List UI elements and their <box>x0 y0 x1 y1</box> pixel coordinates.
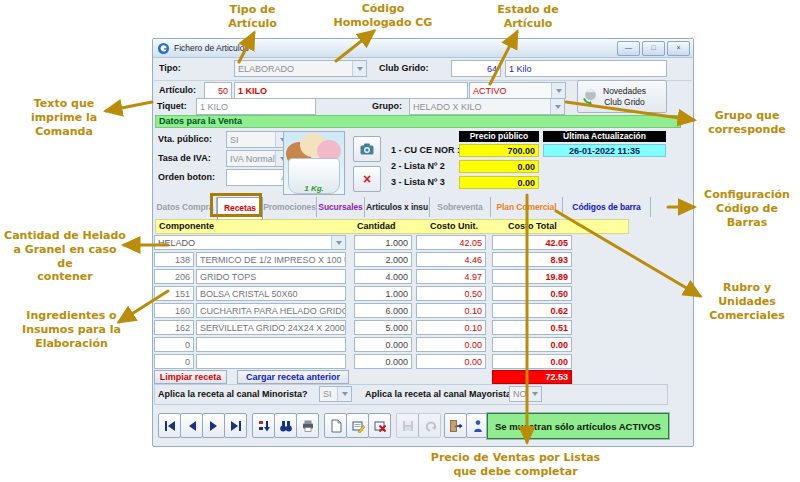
unit-cost-cell[interactable]: 0.50 <box>416 286 486 301</box>
estado-select[interactable]: ACTIVO <box>469 82 566 99</box>
edit-record-icon <box>351 419 365 433</box>
unit-cost-cell[interactable]: 4.97 <box>416 269 486 284</box>
tipo-select[interactable]: ELABORADO <box>234 60 367 77</box>
component-name-cell[interactable]: BOLSA CRISTAL 50X60 <box>196 286 346 301</box>
capture-image-button[interactable] <box>353 136 381 162</box>
annotation-cantidad-helado: Cantidad de Helado a Granel en caso de c… <box>4 229 126 284</box>
code-cell[interactable]: 160 <box>154 303 194 318</box>
total-cost-cell: 19.89 <box>492 269 572 284</box>
unit-cost-cell[interactable]: 0.00 <box>416 354 486 369</box>
print-button[interactable] <box>296 413 319 438</box>
grupo-value: HELADO X KILO <box>413 102 482 112</box>
sort-button[interactable] <box>252 413 275 438</box>
price-row-3-value[interactable]: 0.00 <box>459 176 539 189</box>
vta-publico-value: SI <box>230 135 239 145</box>
component-name-cell[interactable]: SERVILLETA GRIDO 24X24 X 2000 UNID <box>196 320 346 335</box>
tab-sucursales[interactable]: Sucursales <box>317 197 365 217</box>
delete-record-button[interactable] <box>368 413 391 438</box>
grupo-select[interactable]: HELADO X KILO <box>409 98 565 115</box>
save-icon <box>401 419 415 433</box>
user-button[interactable] <box>466 413 489 438</box>
binoculars-search-icon <box>279 419 293 433</box>
last-record-icon <box>229 419 243 433</box>
tab-articulos-x-insu[interactable]: Articulos x insu <box>365 197 430 217</box>
previous-record-icon <box>185 419 199 433</box>
component-name-cell[interactable]: GRIDO TOPS <box>196 269 346 284</box>
limpiar-receta-button[interactable]: Limpiar receta <box>154 370 227 384</box>
qty-cell[interactable]: 0.000 <box>354 337 412 352</box>
mayorista-select[interactable]: NO <box>509 386 542 402</box>
col-componente: Componente <box>159 220 214 233</box>
first-record-button[interactable] <box>158 413 181 438</box>
club-grido-name-field[interactable]: 1 Kilo <box>505 60 667 77</box>
tiquet-field[interactable]: 1 KILO <box>196 98 316 115</box>
qty-cell[interactable]: 6.000 <box>354 303 412 318</box>
qty-cell[interactable]: 5.000 <box>354 320 412 335</box>
delete-image-button[interactable]: × <box>353 166 381 192</box>
code-cell[interactable]: 0 <box>154 354 194 369</box>
code-cell[interactable]: 0 <box>154 337 194 352</box>
price-row-2-value[interactable]: 0.00 <box>459 160 539 173</box>
code-cell[interactable]: 138 <box>154 252 194 267</box>
globe-refresh-icon <box>582 88 599 105</box>
qty-cell[interactable]: 0.000 <box>354 354 412 369</box>
total-cost-cell: 0.00 <box>492 337 572 352</box>
estado-value: ACTIVO <box>473 86 507 96</box>
annotation-texto-comanda: Texto que imprime la Comanda <box>20 97 108 138</box>
vta-publico-select[interactable]: SI <box>226 131 290 148</box>
cargar-receta-anterior-button[interactable]: Cargar receta anterior <box>237 370 349 384</box>
mayorista-value: NO <box>513 389 527 399</box>
code-cell[interactable]: 162 <box>154 320 194 335</box>
tiquet-label: Tiquet: <box>157 98 187 115</box>
code-cell[interactable]: 151 <box>154 286 194 301</box>
component-name-cell[interactable] <box>196 354 346 369</box>
new-record-button[interactable] <box>324 413 347 438</box>
qty-cell[interactable]: 1.000 <box>354 286 412 301</box>
qty-cell[interactable]: 4.000 <box>354 269 412 284</box>
save-record-button[interactable] <box>396 413 419 438</box>
articulo-code-field[interactable]: 50 <box>204 82 232 99</box>
articulo-name-field[interactable]: 1 KILO <box>234 82 468 99</box>
delete-record-icon <box>373 419 387 433</box>
unit-cost-cell[interactable]: 42.05 <box>416 235 486 250</box>
price-row-1-value[interactable]: 700.00 <box>459 144 539 157</box>
qty-cell[interactable]: 1.000 <box>354 235 412 250</box>
undo-button[interactable] <box>418 413 441 438</box>
unit-cost-cell[interactable]: 0.00 <box>416 337 486 352</box>
code-cell[interactable]: 206 <box>154 269 194 284</box>
unit-cost-cell[interactable]: 0.10 <box>416 303 486 318</box>
component-name-cell[interactable]: CUCHARITA PARA HELADO GRIDO <box>196 303 346 318</box>
maximize-button[interactable]: □ <box>642 41 665 56</box>
price-row-1-label: 1 - CU CE NOR : <box>391 144 460 157</box>
minorista-select[interactable]: SI <box>319 386 352 402</box>
component-name-cell[interactable] <box>196 337 346 352</box>
close-button[interactable]: × <box>667 41 690 56</box>
novedades-club-grido-button[interactable]: Novedades Club Grido <box>577 80 667 113</box>
total-cost-cell: 0.00 <box>492 354 572 369</box>
annotation-codigo-homologado: Código Homologado CG <box>318 2 448 30</box>
component-name-cell[interactable]: TERMICO DE 1/2 IMPRESO X 100 UNID. <box>196 252 346 267</box>
unit-cost-cell[interactable]: 4.46 <box>416 252 486 267</box>
tab-promociones[interactable]: Promociones <box>263 197 317 217</box>
new-document-icon <box>329 419 343 433</box>
unit-cost-cell[interactable]: 0.10 <box>416 320 486 335</box>
previous-record-button[interactable] <box>180 413 203 438</box>
tab-sobreventa[interactable]: Sobreventa <box>430 197 491 217</box>
annotation-tipo-articulo: Tipo de Artículo <box>205 3 300 31</box>
next-record-button[interactable] <box>202 413 225 438</box>
last-record-button[interactable] <box>224 413 247 438</box>
orden-boton-field[interactable]: 4 <box>226 169 290 186</box>
qty-cell[interactable]: 2.000 <box>354 252 412 267</box>
minimize-button[interactable]: — <box>617 41 640 56</box>
component-select[interactable]: HELADO <box>154 235 346 250</box>
tasa-iva-select[interactable]: IVA Normal <box>226 150 290 167</box>
exit-button[interactable] <box>444 413 467 438</box>
tab-datos-compra[interactable]: Datos Compra <box>154 197 217 217</box>
edit-record-button[interactable] <box>346 413 369 438</box>
tab-plan-comercial[interactable]: Plan Comercial <box>491 197 563 217</box>
window-titlebar: Fichero de Articulos — □ × <box>153 39 693 58</box>
search-button[interactable] <box>274 413 297 438</box>
club-grido-code-field[interactable]: 64 <box>451 60 501 77</box>
tab-codigos-de-barra[interactable]: Códigos de barra <box>563 197 651 217</box>
total-cost-cell: 0.50 <box>492 286 572 301</box>
